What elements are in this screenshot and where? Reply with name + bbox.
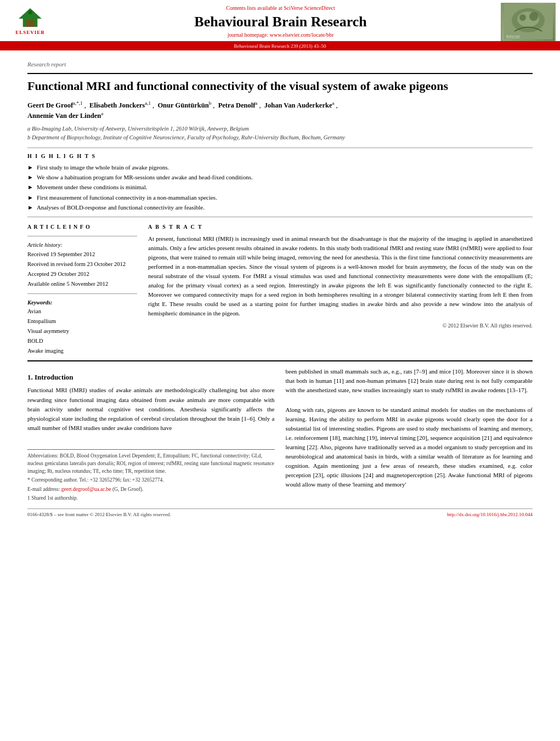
highlight-arrow-5: ► <box>27 203 33 212</box>
svg-text:Brain Research: Brain Research <box>506 36 520 39</box>
author-name: Annemie Van der Linden <box>27 112 101 120</box>
svg-point-8 <box>529 12 538 21</box>
doi-link[interactable]: http://dx.doi.org/10.1016/j.bbr.2012.10.… <box>447 512 533 517</box>
page-footer: 0166-4328/$ – see front matter © 2012 El… <box>27 508 533 518</box>
highlight-item-2: ► We show a habituation program for MR-s… <box>27 173 533 182</box>
revised-date: Received in revised form 23 October 2012 <box>27 260 137 269</box>
keywords-section: Keywords: Avian Entopallium Visual asymm… <box>27 298 137 356</box>
affiliations: a Bio-Imaging Lab, University of Antwerp… <box>27 125 533 142</box>
body-divider-top <box>27 360 533 361</box>
article-info-abstract: A R T I C L E I N F O Article history: R… <box>27 223 533 357</box>
sciverse-link: Contents lists available at SciVerse Sci… <box>66 4 495 12</box>
journal-title: Behavioural Brain Research <box>66 13 495 30</box>
body-left-col: 1. Introduction Functional MRI (fMRI) st… <box>27 367 275 503</box>
authors-line: Geert De Groofa,*,1 , Elisabeth Jonckers… <box>27 100 533 121</box>
abstract-label: A B S T R A C T <box>148 223 533 231</box>
keyword-5: Awake imaging <box>27 347 137 356</box>
svg-point-7 <box>519 14 526 21</box>
elsevier-label: ELSEVIER <box>15 29 45 36</box>
highlight-arrow-3: ► <box>27 183 33 191</box>
affiliation-b: b Department of Biopsychology, Institute… <box>27 133 533 142</box>
journal-header: ELSEVIER Contents lists available at Sci… <box>0 0 560 42</box>
highlight-arrow-2: ► <box>27 173 33 182</box>
body-right-col: been published in small mammals such as,… <box>286 367 533 503</box>
highlights-divider-top <box>27 148 533 148</box>
available-date: Available online 5 November 2012 <box>27 280 137 289</box>
keyword-3: Visual asymmetry <box>27 327 137 336</box>
email-link[interactable]: geert.degroof@ua.ac.be <box>61 487 111 492</box>
footer-issn: 0166-4328/$ – see front matter © 2012 El… <box>27 511 171 518</box>
footnote-abbreviations: Abbreviations: BOLD, Blood Oxygenation L… <box>27 452 275 476</box>
svg-rect-2 <box>26 20 34 27</box>
elsevier-logo: ELSEVIER <box>0 5 60 38</box>
affiliation-a: a Bio-Imaging Lab, University of Antwerp… <box>27 125 533 133</box>
highlight-arrow-4: ► <box>27 194 33 202</box>
author-name: Geert De Groof <box>27 101 73 109</box>
intro-section-title: 1. Introduction <box>27 372 275 382</box>
journal-info: Contents lists available at SciVerse Sci… <box>60 2 501 41</box>
journal-homepage: journal homepage: www.elsevier.com/locat… <box>66 31 495 39</box>
title-divider-top <box>27 73 533 74</box>
info-divider <box>27 236 137 236</box>
intro-paragraph-3: Along with rats, pigeons are known to be… <box>286 405 533 489</box>
keywords-divider <box>27 293 137 294</box>
highlight-arrow-1: ► <box>27 163 33 172</box>
keyword-1: Avian <box>27 307 137 316</box>
highlights-divider-bottom <box>27 217 533 217</box>
author-name: Onur Güntürkün <box>157 101 208 109</box>
article-info-label: A R T I C L E I N F O <box>27 223 137 231</box>
highlight-item-5: ► Analyses of BOLD-response and function… <box>27 203 533 212</box>
article-info-section: A R T I C L E I N F O Article history: R… <box>27 223 137 356</box>
keyword-4: BOLD <box>27 337 137 346</box>
journal-cover-image: Behavioural Brain Research <box>501 3 556 41</box>
highlight-item-3: ► Movement under these conditions is min… <box>27 183 533 191</box>
author-name: Elisabeth Jonckers <box>89 101 145 109</box>
highlight-item-4: ► First measurement of functional connec… <box>27 194 533 202</box>
footnote-area: Abbreviations: BOLD, Blood Oxygenation L… <box>27 449 275 502</box>
abstract-text: At present, functional MRI (fMRI) is inc… <box>148 234 533 318</box>
email-label: E-mail address: <box>27 487 61 492</box>
accepted-date: Accepted 29 October 2012 <box>27 270 137 279</box>
article-dates: Article history: Received 19 September 2… <box>27 241 137 289</box>
intro-paragraph-1: Functional MRI (fMRI) studies of awake a… <box>27 386 275 432</box>
journal-cover-inner: Behavioural Brain Research <box>502 3 555 41</box>
footnote-shared: 1 Shared 1st authorship. <box>27 494 275 502</box>
svg-point-3 <box>28 10 32 15</box>
keyword-2: Entopallium <box>27 317 137 326</box>
footnote-corresponding: * Corresponding author. Tel.: +32 326527… <box>27 476 275 484</box>
right-column: A B S T R A C T At present, functional M… <box>148 223 533 357</box>
highlights-label: H I G H L I G H T S <box>27 152 533 160</box>
keywords-label: Keywords: <box>27 298 137 308</box>
journal-issue-bar: Behavioural Brain Research 239 (2013) 43… <box>0 42 560 50</box>
page-container: ELSEVIER Contents lists available at Sci… <box>0 0 560 524</box>
author-name: Petra Denolf <box>218 101 256 109</box>
body-two-col: 1. Introduction Functional MRI (fMRI) st… <box>27 367 533 503</box>
received-date: Received 19 September 2012 <box>27 250 137 259</box>
abstract-section: A B S T R A C T At present, functional M… <box>148 223 533 330</box>
footer-doi: http://dx.doi.org/10.1016/j.bbr.2012.10.… <box>447 511 533 518</box>
highlight-item-1: ► First study to image the whole brain o… <box>27 163 533 172</box>
highlights-section: H I G H L I G H T S ► First study to ima… <box>27 152 533 212</box>
intro-paragraph-2: been published in small mammals such as,… <box>286 367 533 395</box>
history-label: Article history: <box>27 241 137 250</box>
author-name: Johan Van Auderkerke <box>264 101 332 109</box>
footnote-email: E-mail address: geert.degroof@ua.ac.be (… <box>27 485 275 493</box>
article-title: Functional MRI and functional connectivi… <box>27 78 533 94</box>
copyright-line: © 2012 Elsevier B.V. All rights reserved… <box>148 321 533 330</box>
main-content: Research report Functional MRI and funct… <box>0 50 560 524</box>
left-column: A R T I C L E I N F O Article history: R… <box>27 223 137 357</box>
report-type: Research report <box>27 60 533 69</box>
